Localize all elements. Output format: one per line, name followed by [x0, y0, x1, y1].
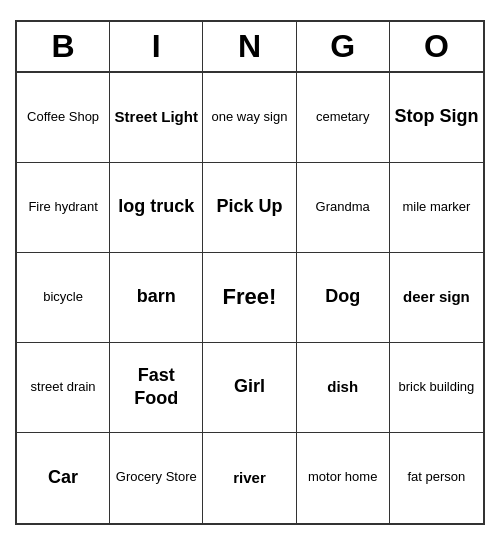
bingo-header: BINGO [17, 22, 483, 73]
bingo-cell: barn [110, 253, 203, 343]
bingo-cell: Fire hydrant [17, 163, 110, 253]
bingo-cell: Grocery Store [110, 433, 203, 523]
bingo-cell: fat person [390, 433, 483, 523]
bingo-cell: brick building [390, 343, 483, 433]
bingo-cell: Dog [297, 253, 390, 343]
bingo-cell: Pick Up [203, 163, 296, 253]
header-letter: I [110, 22, 203, 71]
bingo-cell: Fast Food [110, 343, 203, 433]
header-letter: B [17, 22, 110, 71]
bingo-cell: Grandma [297, 163, 390, 253]
bingo-cell: Coffee Shop [17, 73, 110, 163]
bingo-cell: Girl [203, 343, 296, 433]
header-letter: G [297, 22, 390, 71]
bingo-cell: Car [17, 433, 110, 523]
bingo-cell: log truck [110, 163, 203, 253]
bingo-cell: mile marker [390, 163, 483, 253]
bingo-cell: river [203, 433, 296, 523]
header-letter: N [203, 22, 296, 71]
bingo-cell: motor home [297, 433, 390, 523]
bingo-cell: Stop Sign [390, 73, 483, 163]
bingo-cell: Free! [203, 253, 296, 343]
bingo-grid: Coffee ShopStreet Lightone way signcemet… [17, 73, 483, 523]
bingo-cell: one way sign [203, 73, 296, 163]
bingo-card: BINGO Coffee ShopStreet Lightone way sig… [15, 20, 485, 525]
bingo-cell: cemetary [297, 73, 390, 163]
header-letter: O [390, 22, 483, 71]
bingo-cell: Street Light [110, 73, 203, 163]
bingo-cell: bicycle [17, 253, 110, 343]
bingo-cell: dish [297, 343, 390, 433]
bingo-cell: street drain [17, 343, 110, 433]
bingo-cell: deer sign [390, 253, 483, 343]
